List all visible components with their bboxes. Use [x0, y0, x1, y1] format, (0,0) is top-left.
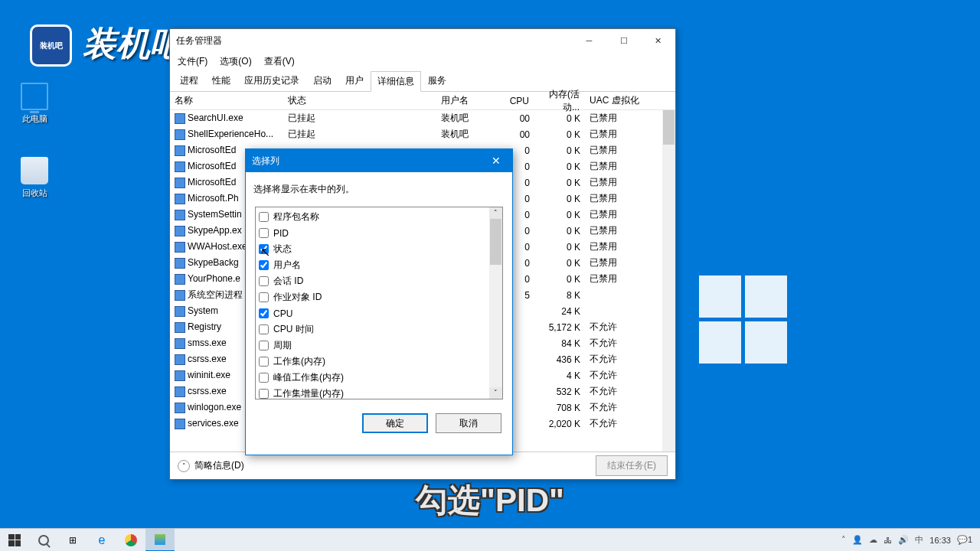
dialog-hint: 选择将显示在表中的列。 [246, 172, 512, 207]
dialog-scrollbar[interactable]: ˄ ˅ [489, 207, 502, 399]
column-option[interactable]: 作业对象 ID [259, 289, 499, 305]
column-checkbox[interactable] [259, 324, 269, 334]
column-checkbox[interactable] [259, 373, 269, 383]
column-checkbox[interactable] [259, 389, 269, 399]
clock[interactable]: 16:33 [929, 536, 951, 545]
column-headers[interactable]: 名称 状态 用户名 CPU 内存(活动... UAC 虚拟化 [170, 92, 675, 110]
process-icon [175, 322, 185, 333]
scroll-down-arrow[interactable]: ˅ [489, 387, 502, 399]
column-label: 工作集(内存) [273, 355, 325, 368]
scroll-thumb[interactable] [663, 110, 675, 145]
taskbar-edge[interactable]: e [87, 529, 116, 552]
scroll-up-arrow[interactable]: ˄ [489, 207, 502, 219]
desktop-icon-recycle-bin[interactable]: 回收站 [8, 157, 61, 199]
taskbar-taskmgr[interactable] [145, 529, 175, 552]
header-status[interactable]: 状态 [283, 91, 436, 110]
column-option[interactable]: PID [259, 225, 499, 241]
column-checkbox[interactable] [259, 292, 269, 302]
column-checkbox[interactable] [259, 228, 269, 238]
menubar: 文件(F) 选项(O) 查看(V) [170, 52, 675, 70]
edge-icon: e [99, 533, 106, 547]
recycle-bin-icon [21, 157, 48, 184]
end-task-button[interactable]: 结束任务(E) [596, 455, 668, 476]
fewer-details-button[interactable]: ˄ 简略信息(D) [178, 459, 244, 472]
taskview-icon: ⊞ [69, 535, 77, 546]
column-label: PID [273, 228, 289, 239]
column-label: CPU 时间 [273, 323, 314, 336]
ok-button[interactable]: 确定 [362, 413, 428, 433]
column-checkbox[interactable] [259, 212, 269, 222]
scrollbar[interactable] [662, 110, 675, 452]
notification-button[interactable]: 💬1 [957, 535, 972, 545]
column-checkbox[interactable] [259, 260, 269, 270]
taskview-button[interactable]: ⊞ [58, 529, 87, 552]
process-icon [175, 226, 185, 236]
tray-onedrive-icon[interactable]: ☁ [869, 535, 877, 545]
column-checkbox[interactable] [259, 276, 269, 286]
column-option[interactable]: CPU [259, 305, 499, 321]
chrome-icon [125, 534, 137, 546]
tab-services[interactable]: 服务 [421, 70, 453, 91]
column-option[interactable]: 会话 ID [259, 273, 499, 289]
tray-chevron-icon[interactable]: ˄ [841, 535, 846, 545]
process-icon [175, 370, 185, 381]
column-checkbox[interactable] [259, 341, 269, 350]
tray-ime-icon[interactable]: 中 [915, 534, 923, 546]
column-label: 用户名 [273, 259, 301, 272]
search-icon [38, 535, 49, 546]
tab-users[interactable]: 用户 [338, 70, 371, 91]
taskbar-chrome[interactable] [116, 529, 145, 552]
close-button[interactable]: ✕ [641, 29, 675, 52]
tab-startup[interactable]: 启动 [306, 70, 338, 91]
table-row[interactable]: SearchUI.exe已挂起装机吧000 K已禁用 [170, 110, 675, 126]
column-checkbox[interactable] [259, 244, 269, 254]
minimize-button[interactable]: ─ [572, 29, 606, 52]
menu-file[interactable]: 文件(F) [175, 54, 211, 70]
header-user[interactable]: 用户名 [436, 91, 499, 110]
process-icon [175, 258, 185, 269]
header-name[interactable]: 名称 [170, 91, 283, 110]
taskbar[interactable]: ⊞ e ˄ 👤 ☁ 🖧 🔊 中 16:33 💬1 [0, 528, 980, 551]
dialog-close-button[interactable]: ✕ [480, 149, 512, 172]
column-option[interactable]: 周期 [259, 337, 499, 354]
search-button[interactable] [29, 529, 58, 552]
titlebar[interactable]: 任务管理器 ─ ☐ ✕ [170, 29, 675, 52]
tray-volume-icon[interactable]: 🔊 [898, 535, 909, 545]
column-label: CPU [273, 308, 292, 319]
menu-view[interactable]: 查看(V) [261, 54, 298, 70]
tab-history[interactable]: 应用历史记录 [237, 70, 306, 91]
maximize-button[interactable]: ☐ [606, 29, 641, 52]
table-row[interactable]: ShellExperienceHo...已挂起装机吧000 K已禁用 [170, 126, 675, 142]
column-label: 作业对象 ID [273, 291, 322, 304]
menu-options[interactable]: 选项(O) [217, 54, 254, 70]
column-checkbox[interactable] [259, 308, 269, 318]
cancel-button[interactable]: 取消 [436, 413, 501, 433]
tray-people-icon[interactable]: 👤 [852, 535, 863, 545]
pc-icon [21, 83, 48, 110]
column-option[interactable]: 程序包名称 [259, 209, 499, 225]
column-option[interactable]: 工作集(内存) [259, 354, 499, 370]
desktop-icon-this-pc[interactable]: 此电脑 [8, 83, 61, 125]
column-checkbox[interactable] [259, 357, 269, 367]
column-option[interactable]: 用户名 [259, 257, 499, 273]
video-caption: 勾选"PID" [416, 479, 564, 522]
tray-network-icon[interactable]: 🖧 [884, 536, 892, 545]
column-option[interactable]: 峰值工作集(内存) [259, 370, 499, 386]
header-cpu[interactable]: CPU [499, 93, 534, 109]
tab-details[interactable]: 详细信息 [371, 71, 421, 92]
column-option[interactable]: 状态 [259, 241, 499, 257]
column-label: 状态 [273, 243, 292, 256]
tab-processes[interactable]: 进程 [173, 70, 205, 91]
tab-performance[interactable]: 性能 [205, 70, 237, 91]
column-option[interactable]: 工作集增量(内存) [259, 386, 499, 402]
window-title: 任务管理器 [176, 34, 222, 47]
dialog-titlebar[interactable]: 选择列 ✕ [246, 149, 512, 172]
header-uac[interactable]: UAC 虚拟化 [585, 91, 646, 110]
process-icon [175, 242, 185, 253]
start-button[interactable] [0, 529, 29, 552]
column-option[interactable]: CPU 时间 [259, 321, 499, 337]
dialog-scroll-thumb[interactable] [490, 219, 501, 265]
taskmgr-icon [155, 534, 165, 545]
dialog-title: 选择列 [252, 155, 279, 168]
desktop-icon-label: 回收站 [22, 188, 47, 197]
